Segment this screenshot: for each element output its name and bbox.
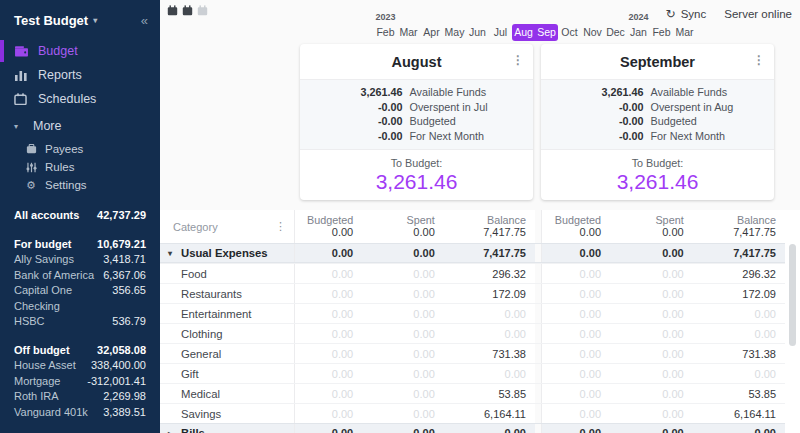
month-cell[interactable]: Feb: [650, 24, 673, 41]
budgeted-cell[interactable]: 0.00: [542, 264, 610, 283]
balance-cell[interactable]: 6,164.11: [444, 404, 535, 423]
budgeted-cell[interactable]: 0.00: [542, 284, 610, 303]
spent-cell[interactable]: 0.00: [610, 344, 693, 363]
calendar-one-month-icon[interactable]: [167, 5, 178, 16]
sidebar-item-payees[interactable]: Payees: [0, 140, 160, 158]
spent-cell[interactable]: 0.00: [610, 244, 693, 262]
month-cell[interactable]: 2023 Feb: [374, 24, 397, 41]
category-cell[interactable]: Restaurants: [160, 284, 294, 303]
spent-cell[interactable]: 0.00: [362, 324, 444, 343]
account-row[interactable]: Vanguard 401k 3,389.51: [14, 405, 146, 421]
balance-cell[interactable]: 0.00: [693, 324, 785, 343]
account-group-header[interactable]: Off budget 32,058.08: [14, 343, 146, 359]
budgeted-cell[interactable]: 0.00: [542, 304, 610, 323]
spent-cell[interactable]: 0.00: [362, 384, 444, 403]
month-cell[interactable]: May: [443, 24, 466, 41]
budgeted-cell[interactable]: 0.00: [542, 324, 610, 343]
category-cell[interactable]: Clothing: [160, 324, 294, 343]
budgeted-cell[interactable]: 0.00: [295, 304, 362, 323]
server-status[interactable]: Server online: [724, 8, 792, 20]
column-header-spent[interactable]: Spent 0.00: [610, 210, 693, 243]
budgeted-cell[interactable]: 0.00: [542, 244, 610, 262]
spent-cell[interactable]: 0.00: [610, 264, 693, 283]
table-menu-icon[interactable]: ⋮: [275, 220, 286, 233]
budgeted-cell[interactable]: 0.00: [542, 344, 610, 363]
spent-cell[interactable]: 0.00: [610, 424, 693, 433]
all-accounts-row[interactable]: All accounts 42,737.29: [14, 208, 146, 224]
spent-cell[interactable]: 0.00: [362, 344, 444, 363]
balance-cell[interactable]: 172.09: [693, 284, 785, 303]
balance-cell[interactable]: 172.09: [444, 284, 535, 303]
account-row[interactable]: Mortgage -312,001.41: [14, 374, 146, 390]
balance-cell[interactable]: 296.32: [693, 264, 785, 283]
budgeted-cell[interactable]: 0.00: [295, 424, 362, 433]
category-cell[interactable]: Savings: [160, 404, 294, 423]
category-cell[interactable]: Gift: [160, 364, 294, 383]
spent-cell[interactable]: 0.00: [610, 404, 693, 423]
month-cell[interactable]: Oct: [558, 24, 581, 41]
balance-cell[interactable]: 731.38: [693, 344, 785, 363]
budgeted-cell[interactable]: 0.00: [295, 284, 362, 303]
month-cell[interactable]: Aug: [512, 24, 535, 41]
sidebar-item-schedules[interactable]: Schedules: [0, 87, 160, 111]
balance-cell[interactable]: 53.85: [444, 384, 535, 403]
budgeted-cell[interactable]: 0.00: [542, 364, 610, 383]
balance-cell[interactable]: 7,417.75: [693, 244, 785, 262]
sidebar-item-reports[interactable]: Reports: [0, 63, 160, 87]
sync-button[interactable]: ↻ Sync: [666, 7, 707, 21]
spent-cell[interactable]: 0.00: [610, 284, 693, 303]
to-budget-amount[interactable]: 3,261.46: [376, 170, 458, 194]
balance-cell[interactable]: 0.00: [693, 424, 785, 433]
budgeted-cell[interactable]: 0.00: [295, 384, 362, 403]
month-cell[interactable]: Sep: [535, 24, 558, 41]
spent-cell[interactable]: 0.00: [362, 404, 444, 423]
month-cell[interactable]: Mar: [397, 24, 420, 41]
budgeted-cell[interactable]: 0.00: [542, 384, 610, 403]
spent-cell[interactable]: 0.00: [362, 304, 444, 323]
add-account-button[interactable]: + Add account: [0, 420, 160, 433]
month-cell[interactable]: Dec: [604, 24, 627, 41]
collapse-sidebar-button[interactable]: «: [141, 13, 148, 28]
budgeted-cell[interactable]: 0.00: [542, 424, 610, 433]
balance-cell[interactable]: 0.00: [693, 304, 785, 323]
balance-cell[interactable]: 0.00: [444, 304, 535, 323]
budgeted-cell[interactable]: 0.00: [295, 244, 362, 262]
column-header-budgeted[interactable]: Budgeted 0.00: [295, 210, 362, 243]
column-header-balance[interactable]: Balance 7,417.75: [693, 210, 785, 243]
account-row[interactable]: House Asset 338,400.00: [14, 358, 146, 374]
category-cell[interactable]: ▸ Bills: [160, 424, 294, 433]
calendar-two-months-icon[interactable]: [182, 5, 193, 16]
balance-cell[interactable]: 7,417.75: [444, 244, 535, 262]
sidebar-item-rules[interactable]: Rules: [0, 158, 160, 176]
spent-cell[interactable]: 0.00: [362, 364, 444, 383]
account-row[interactable]: Capital One Checking 356.65: [14, 283, 146, 314]
spent-cell[interactable]: 0.00: [610, 324, 693, 343]
balance-cell[interactable]: 0.00: [693, 364, 785, 383]
category-cell[interactable]: Entertainment: [160, 304, 294, 323]
balance-cell[interactable]: 731.38: [444, 344, 535, 363]
category-cell[interactable]: General: [160, 344, 294, 363]
calendar-three-months-icon[interactable]: [197, 5, 208, 16]
category-cell[interactable]: ▾ Usual Expenses: [160, 244, 294, 262]
budgeted-cell[interactable]: 0.00: [295, 404, 362, 423]
sidebar-item-budget[interactable]: Budget: [0, 39, 160, 63]
card-menu-icon[interactable]: ⋮: [753, 53, 765, 67]
spent-cell[interactable]: 0.00: [610, 304, 693, 323]
month-cell[interactable]: Jun: [466, 24, 489, 41]
card-menu-icon[interactable]: ⋮: [512, 53, 524, 67]
category-cell[interactable]: Food: [160, 264, 294, 283]
column-header-spent[interactable]: Spent 0.00: [362, 210, 444, 243]
sidebar-item-settings[interactable]: ⚙ Settings: [0, 176, 160, 194]
budget-title-dropdown[interactable]: Test Budget: [14, 13, 88, 28]
category-cell[interactable]: Medical: [160, 384, 294, 403]
spent-cell[interactable]: 0.00: [610, 364, 693, 383]
balance-cell[interactable]: 0.00: [444, 424, 535, 433]
account-group-header[interactable]: For budget 10,679.21: [14, 237, 146, 253]
spent-cell[interactable]: 0.00: [362, 424, 444, 433]
account-row[interactable]: Ally Savings 3,418.71: [14, 252, 146, 268]
scrollbar-thumb[interactable]: [789, 244, 796, 346]
sidebar-more-toggle[interactable]: ▾ More: [0, 111, 160, 140]
balance-cell[interactable]: 6,164.11: [693, 404, 785, 423]
account-row[interactable]: Bank of America 6,367.06: [14, 268, 146, 284]
column-header-balance[interactable]: Balance 7,417.75: [444, 210, 535, 243]
